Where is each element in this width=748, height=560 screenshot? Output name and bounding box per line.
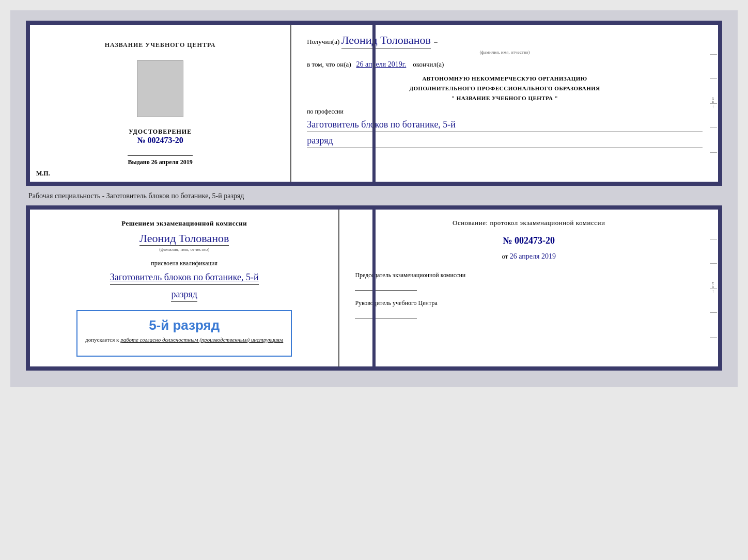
rank-line: разряд xyxy=(307,134,703,148)
document-card-1: НАЗВАНИЕ УЧЕБНОГО ЦЕНТРА УДОСТОВЕРЕНИЕ №… xyxy=(26,21,722,186)
decision-text: Решением экзаменационной комиссии xyxy=(121,219,247,228)
doc2-left-panel: Решением экзаменационной комиссии Леонид… xyxy=(30,210,339,366)
document-card-2: Решением экзаменационной комиссии Леонид… xyxy=(26,205,722,371)
in-that-prefix: в том, что он(а) xyxy=(307,60,351,68)
doc2-profession-line1: Заготовитель блоков по ботанике, 5-й xyxy=(110,270,259,285)
side-text-i: и а ← xyxy=(711,98,716,109)
stamp-italic: работе согласно должностным (производств… xyxy=(120,337,283,343)
side-text-i-2: и а ← xyxy=(711,282,716,294)
from-prefix: от xyxy=(502,252,508,260)
side-line-2 xyxy=(710,78,717,79)
profession-label: по профессии xyxy=(307,108,703,116)
photo-placeholder xyxy=(137,60,183,117)
side-line-5 xyxy=(710,152,717,153)
cert-number-block: УДОСТОВЕРЕНИЕ № 002473-20 xyxy=(129,128,192,145)
received-prefix: Получил(а) xyxy=(307,38,339,45)
completion-date: 26 апреля 2019г. xyxy=(356,60,406,68)
stamp-prefix: допускается к xyxy=(85,337,119,343)
from-date-value: 26 апреля 2019 xyxy=(510,252,556,260)
stamp-rank: 5-й разряд xyxy=(85,317,283,333)
chairman-block: Председатель экзаменационной комиссии xyxy=(355,271,703,291)
chairman-title: Председатель экзаменационной комиссии xyxy=(355,271,703,280)
director-title: Руководитель учебного Центра xyxy=(355,299,703,308)
director-block: Руководитель учебного Центра xyxy=(355,299,703,318)
profession-line1: Заготовитель блоков по ботанике, 5-й xyxy=(307,118,703,132)
side-line-d2-1 xyxy=(710,239,717,239)
stamp-allowed: допускается к работе согласно должностны… xyxy=(85,337,283,343)
completion-suffix: окончил(а) xyxy=(413,60,444,68)
issued-label: Выдано xyxy=(128,158,149,166)
assigned-text: присвоена квалификация xyxy=(151,260,217,267)
organization-block: АВТОНОМНУЮ НЕКОММЕРЧЕСКУЮ ОРГАНИЗАЦИЮ ДО… xyxy=(307,74,703,103)
issued-date: 26 апреля 2019 xyxy=(151,158,193,166)
doc2-person-name: Леонид Толованов xyxy=(139,232,229,246)
side-line-1 xyxy=(710,54,717,55)
side-lines: и а ← xyxy=(709,25,718,182)
cert-number: № 002473-20 xyxy=(129,136,192,145)
side-line-d2-2 xyxy=(710,263,717,264)
doc2-rank-line: разряд xyxy=(171,288,197,301)
doc1-training-center-title: НАЗВАНИЕ УЧЕБНОГО ЦЕНТРА xyxy=(105,40,216,50)
doc1-left-panel: НАЗВАНИЕ УЧЕБНОГО ЦЕНТРА УДОСТОВЕРЕНИЕ №… xyxy=(30,25,291,182)
org-line1: АВТОНОМНУЮ НЕКОММЕРЧЕСКУЮ ОРГАНИЗАЦИЮ xyxy=(307,74,703,84)
received-line: Получил(а) Леонид Толованов – (фамилия, … xyxy=(307,33,703,55)
cert-number-prefix: № xyxy=(137,136,145,145)
side-line-4 xyxy=(710,127,717,128)
doc2-name-small: (фамилия, имя, отчество) xyxy=(139,247,229,252)
org-line2: ДОПОЛНИТЕЛЬНОГО ПРОФЕССИОНАЛЬНОГО ОБРАЗО… xyxy=(307,84,703,93)
recipient-name: Леонид Толованов xyxy=(341,33,431,49)
spine-divider xyxy=(372,25,376,182)
doc2-right-panel: Основание: протокол экзаменационной коми… xyxy=(339,210,718,366)
recipient-name-small: (фамилия, имя, отчество) xyxy=(307,49,703,56)
info-text: Рабочая специальность - Заготовитель бло… xyxy=(26,192,722,200)
doc1-right-panel: Получил(а) Леонид Толованов – (фамилия, … xyxy=(291,25,718,182)
issued-line: Выдано 26 апреля 2019 xyxy=(128,155,192,166)
spine-divider-2 xyxy=(372,210,376,366)
protocol-number: № 002473-20 xyxy=(355,235,703,246)
in-that-line: в том, что он(а) 26 апреля 2019г. окончи… xyxy=(307,60,703,69)
director-sig-line xyxy=(355,318,417,318)
org-line3: " НАЗВАНИЕ УЧЕБНОГО ЦЕНТРА " xyxy=(307,93,703,103)
profession-block: по профессии Заготовитель блоков по бота… xyxy=(307,108,703,148)
chairman-sig-line xyxy=(355,290,417,291)
mp-label: М.П. xyxy=(36,170,50,178)
basis-title: Основание: протокол экзаменационной коми… xyxy=(355,219,703,227)
doc2-side-lines: и а ← xyxy=(709,210,718,366)
side-line-d2-4 xyxy=(710,312,717,313)
page-container: НАЗВАНИЕ УЧЕБНОГО ЦЕНТРА УДОСТОВЕРЕНИЕ №… xyxy=(10,10,738,387)
cert-number-value: 002473-20 xyxy=(147,136,183,145)
cert-label: УДОСТОВЕРЕНИЕ xyxy=(129,128,192,136)
side-line-d2-5 xyxy=(710,337,717,338)
stamp-box: 5-й разряд допускается к работе согласно… xyxy=(76,310,292,357)
from-date: от 26 апреля 2019 xyxy=(355,252,703,261)
